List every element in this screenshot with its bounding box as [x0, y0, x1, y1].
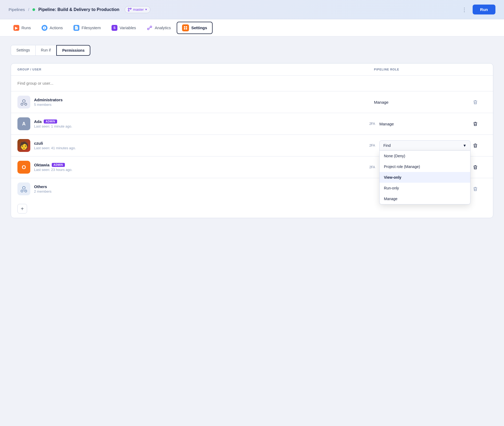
- col-header-pipeline-role: PIPELINE ROLE: [374, 68, 470, 71]
- 2fa-badge-czuli: 2FA: [358, 144, 379, 147]
- subtab-run-if[interactable]: Run if: [36, 45, 57, 56]
- avatar-others: [17, 182, 30, 195]
- delete-button-oktawia[interactable]: [470, 162, 480, 172]
- svg-rect-32: [475, 187, 476, 188]
- user-name-czuli: czuli: [34, 141, 43, 145]
- role-administrators: Manage: [374, 100, 470, 104]
- svg-rect-31: [473, 188, 477, 188]
- svg-rect-25: [475, 165, 476, 166]
- table-header: GROUP / USER PIPELINE ROLE: [11, 63, 493, 76]
- table-row-czuli: 🧑 czuli Last seen: 41 minutes ago. 2FA F…: [11, 135, 493, 156]
- branch-selector[interactable]: master ▼: [125, 6, 150, 13]
- search-input[interactable]: [17, 81, 487, 85]
- add-permission-button[interactable]: +: [17, 204, 27, 214]
- user-name-row-administrators: Administrators: [34, 98, 63, 102]
- user-meta-czuli: Last seen: 41 minutes ago.: [34, 146, 76, 150]
- dropdown-find-label: Find: [383, 143, 391, 148]
- trash-icon-oktawia: [473, 165, 478, 170]
- breadcrumb-pipelines[interactable]: Pipelines: [9, 7, 25, 12]
- trash-icon-administrators: [473, 100, 478, 104]
- filesystem-icon: 📄: [73, 25, 79, 31]
- tab-runs[interactable]: ▶ Runs: [9, 23, 36, 33]
- delete-button-administrators[interactable]: [470, 97, 480, 107]
- tab-settings-label: Settings: [191, 25, 207, 30]
- search-row: [11, 76, 493, 91]
- dropdown-option-run-only[interactable]: Run-only: [380, 183, 470, 193]
- user-meta-oktawia: Last seen: 23 hours ago.: [34, 168, 72, 172]
- svg-point-9: [23, 100, 25, 102]
- role-label-administrators: Manage: [374, 100, 388, 104]
- tab-actions[interactable]: Actions: [37, 23, 68, 33]
- delete-button-czuli[interactable]: [470, 141, 480, 150]
- role-label-ada: Manage: [379, 122, 394, 126]
- header-left: Pipelines / Pipeline: Build & Delivery t…: [9, 6, 150, 13]
- user-info-oktawia: O Oktawia ADMIN Last seen: 23 hours ago.: [17, 161, 358, 174]
- 2fa-badge-ada: 2FA: [358, 122, 379, 126]
- svg-point-28: [23, 186, 25, 189]
- tab-variables-label: Variables: [120, 25, 136, 30]
- branch-icon: [128, 8, 132, 12]
- svg-point-10: [21, 103, 23, 105]
- user-name-row-czuli: czuli: [34, 141, 76, 145]
- user-info-administrators: Administrators 5 members: [17, 96, 374, 109]
- subtab-permissions[interactable]: Permissions: [56, 45, 90, 56]
- user-meta-ada: Last seen: 1 minute ago.: [34, 124, 72, 128]
- admin-badge-oktawia: ADMIN: [52, 163, 65, 167]
- tab-analytics-label: Analytics: [155, 25, 171, 30]
- settings-icon: [182, 24, 189, 31]
- delete-button-others[interactable]: [470, 184, 480, 194]
- role-dropdown-czuli: Find ▼ None (Deny) Project role (Manage)…: [379, 140, 470, 151]
- subtab-settings-label: Settings: [16, 48, 30, 52]
- user-details-administrators: Administrators 5 members: [34, 98, 63, 107]
- svg-rect-8: [186, 28, 187, 29]
- tab-filesystem-label: Filesystem: [81, 25, 101, 30]
- tab-variables[interactable]: S Variables: [107, 23, 141, 33]
- breadcrumb-separator: /: [28, 7, 29, 12]
- header-right: ⋮ Run: [460, 5, 495, 14]
- svg-rect-16: [473, 122, 477, 123]
- svg-rect-5: [184, 26, 185, 28]
- dropdown-option-manage[interactable]: Manage: [380, 193, 470, 204]
- col-header-group-user: GROUP / USER: [17, 68, 374, 71]
- tab-filesystem[interactable]: 📄 Filesystem: [69, 23, 106, 33]
- avatar-oktawia: O: [17, 161, 30, 174]
- dropdown-option-project-role[interactable]: Project role (Manage): [380, 161, 470, 172]
- tab-analytics[interactable]: Analytics: [142, 23, 176, 33]
- subtab-settings[interactable]: Settings: [11, 45, 36, 56]
- user-info-ada: A Ada ADMIN Last seen: 1 minute ago.: [17, 117, 358, 130]
- user-meta-administrators: 5 members: [34, 103, 63, 107]
- user-name-row-ada: Ada ADMIN: [34, 119, 72, 124]
- role-ada: Manage: [379, 122, 470, 126]
- trash-icon-others: [473, 186, 478, 191]
- avatar-ada: A: [17, 117, 30, 130]
- run-button[interactable]: Run: [473, 5, 495, 14]
- dropdown-option-none[interactable]: None (Deny): [380, 151, 470, 161]
- delete-button-ada[interactable]: [470, 119, 480, 129]
- dropdown-trigger-czuli[interactable]: Find ▼: [379, 140, 470, 151]
- trash-icon-czuli: [473, 143, 478, 148]
- svg-rect-13: [475, 100, 476, 101]
- subtab-permissions-label: Permissions: [62, 48, 84, 53]
- content-area: Settings Run if Permissions GROUP / USER…: [0, 36, 504, 227]
- svg-rect-20: [473, 144, 477, 145]
- branch-label: master: [133, 8, 144, 12]
- user-meta-others: 2 members: [34, 189, 51, 193]
- user-info-czuli: 🧑 czuli Last seen: 41 minutes ago.: [17, 139, 358, 152]
- tab-settings[interactable]: Settings: [177, 22, 212, 34]
- analytics-icon: [147, 25, 153, 31]
- more-options-button[interactable]: ⋮: [460, 5, 469, 14]
- avatar-administrators: [17, 96, 30, 109]
- trash-icon-ada: [473, 121, 478, 126]
- dropdown-chevron-icon: ▼: [463, 143, 466, 148]
- user-details-czuli: czuli Last seen: 41 minutes ago.: [34, 141, 76, 150]
- user-name-ada: Ada: [34, 119, 42, 124]
- czuli-face: 🧑: [17, 139, 30, 152]
- pipeline-status-dot: [32, 8, 35, 11]
- svg-rect-12: [473, 101, 477, 101]
- table-row-administrators: Administrators 5 members Manage: [11, 91, 493, 113]
- sub-tabs: Settings Run if Permissions: [11, 45, 493, 56]
- dropdown-option-view-only[interactable]: View-only: [380, 172, 470, 183]
- permissions-table: GROUP / USER PIPELINE ROLE: [11, 63, 493, 218]
- branch-chevron-icon: ▼: [145, 8, 147, 11]
- actions-icon: [42, 25, 47, 31]
